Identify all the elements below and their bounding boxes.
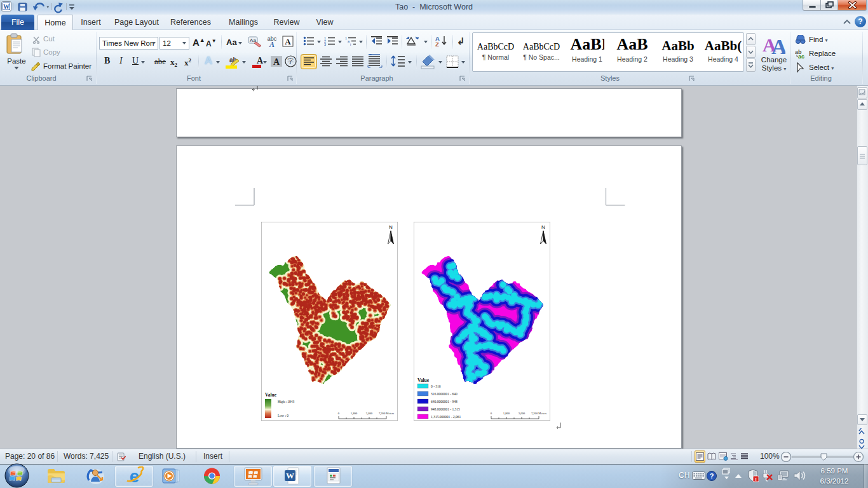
svg-text:A: A — [269, 40, 275, 49]
svg-text:W: W — [3, 3, 10, 10]
svg-text:1: 1 — [345, 36, 347, 40]
svg-text:i: i — [350, 43, 351, 46]
svg-text:948.0000001 - 1,315: 948.0000001 - 1,315 — [431, 407, 460, 411]
svg-text:↲: ↲ — [457, 36, 465, 46]
svg-text:Paste: Paste — [7, 57, 25, 65]
svg-text:1,315.000001 - 2,061: 1,315.000001 - 2,061 — [431, 415, 461, 419]
svg-text:Value: Value — [417, 377, 430, 383]
svg-text:0 - 316: 0 - 316 — [431, 384, 441, 388]
svg-text:N: N — [389, 224, 393, 230]
svg-text:W: W — [286, 471, 294, 480]
svg-text:字: 字 — [288, 58, 294, 65]
svg-text:?: ? — [710, 472, 714, 480]
svg-text:ac: ac — [798, 53, 804, 59]
svg-text:N: N — [541, 224, 545, 230]
svg-text:A: A — [285, 37, 291, 46]
svg-text:316.0000001 - 640: 316.0000001 - 640 — [431, 392, 458, 396]
svg-text:e: e — [130, 466, 140, 485]
svg-text:High : 1843: High : 1843 — [278, 400, 295, 403]
svg-text:A: A — [771, 35, 785, 55]
svg-text:Low : 0: Low : 0 — [278, 414, 288, 417]
svg-text:Z: Z — [435, 41, 439, 47]
svg-text:640.0000001 - 948: 640.0000001 - 948 — [431, 400, 458, 403]
svg-text:Value: Value — [265, 392, 277, 398]
svg-text:!: ! — [755, 477, 757, 482]
svg-text:3: 3 — [324, 43, 326, 46]
svg-text:A: A — [273, 57, 280, 67]
